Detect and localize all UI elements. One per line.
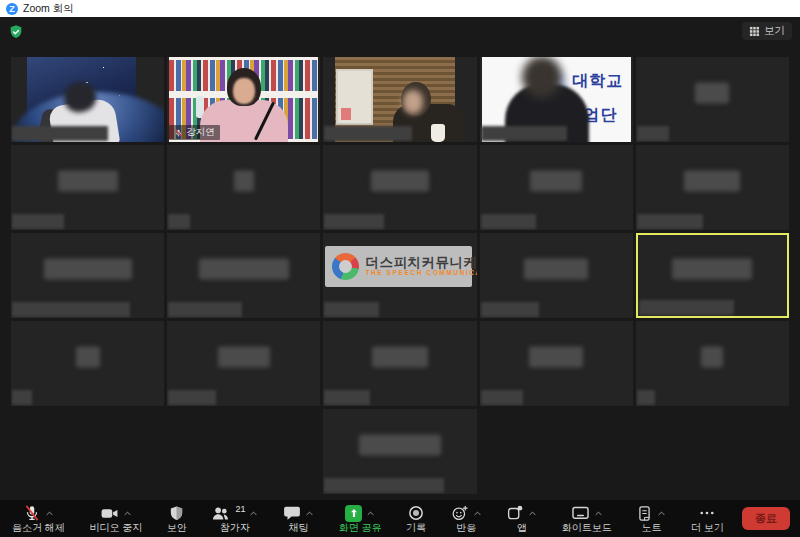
chevron-up-icon[interactable]	[45, 509, 54, 518]
video-tile[interactable]	[323, 145, 476, 230]
video-tile[interactable]	[480, 145, 633, 230]
redacted-name-tag	[481, 126, 567, 141]
banner-text-line: 대학교	[572, 71, 623, 92]
mic-off-icon	[23, 504, 41, 522]
company-watermark: 더스피치커뮤니케이션THE SPEECH COMMUNICATION	[325, 246, 471, 287]
share-screen-icon	[345, 505, 362, 522]
chevron-up-icon[interactable]	[473, 509, 482, 518]
video-tile[interactable]	[480, 233, 633, 318]
redacted-name-tag	[168, 390, 216, 405]
mic-muted-mini-icon	[174, 128, 183, 138]
video-tile[interactable]	[323, 57, 476, 142]
view-button[interactable]: 보기	[742, 22, 792, 40]
apps-button[interactable]: 앱	[504, 504, 539, 534]
unmute-button[interactable]: 음소거 해제	[10, 504, 67, 534]
notes-button[interactable]: 노트	[634, 504, 668, 534]
redacted-participant-name	[234, 170, 254, 191]
video-tile[interactable]	[636, 145, 789, 230]
window-titlebar: Z Zoom 회의	[0, 0, 800, 17]
blurred-face	[522, 57, 562, 98]
share-screen-button[interactable]: 화면 공유	[337, 504, 384, 534]
redacted-participant-name	[58, 170, 118, 191]
redacted-name-tag	[324, 478, 444, 493]
video-tile[interactable]	[11, 57, 164, 142]
redacted-name-tag	[481, 390, 523, 405]
zoom-logo-icon: Z	[6, 3, 18, 15]
video-tile[interactable]	[636, 57, 789, 142]
meeting-area: 보기 강지연대학교업단더스피치커뮤니케이션THE SPEECH COMMUNIC…	[0, 17, 800, 500]
chevron-up-icon[interactable]	[305, 509, 314, 518]
reactions-label: 반응	[456, 523, 476, 533]
record-icon	[407, 504, 425, 522]
video-tile[interactable]: 강지연	[167, 57, 320, 142]
more-label: 더 보기	[691, 523, 724, 533]
redacted-name-tag	[637, 126, 669, 141]
participants-count-badge: 21	[235, 505, 245, 514]
video-tile[interactable]	[480, 321, 633, 406]
security-button[interactable]: 보안	[165, 504, 189, 534]
apps-icon	[506, 504, 524, 522]
participants-button[interactable]: 21참가자	[209, 504, 260, 534]
chat-button[interactable]: 채팅	[281, 504, 316, 534]
video-tile[interactable]	[11, 321, 164, 406]
record-label: 기록	[406, 523, 426, 533]
redacted-name-tag	[12, 214, 64, 229]
chevron-up-icon[interactable]	[528, 509, 537, 518]
chevron-up-icon[interactable]	[249, 509, 258, 518]
participants-icon	[211, 504, 230, 523]
redacted-participant-name	[371, 170, 429, 191]
redacted-name-tag	[168, 214, 190, 229]
video-gallery-grid: 강지연대학교업단더스피치커뮤니케이션THE SPEECH COMMUNICATI…	[11, 57, 789, 494]
video-tile[interactable]	[636, 233, 789, 318]
gallery-grid-icon	[749, 26, 760, 37]
share-screen-label: 화면 공유	[339, 523, 382, 533]
video-tile[interactable]	[167, 233, 320, 318]
redacted-participant-name	[359, 434, 441, 455]
video-tile[interactable]	[167, 145, 320, 230]
redacted-participant-name	[372, 346, 428, 367]
redacted-name-tag	[324, 126, 412, 141]
cup	[431, 124, 445, 142]
participant-name-tag: 강지연	[169, 125, 220, 140]
redacted-participant-name	[695, 82, 729, 103]
redacted-name-tag	[481, 214, 536, 229]
chevron-up-icon[interactable]	[366, 509, 375, 518]
redacted-name-tag	[637, 390, 655, 405]
redacted-participant-name	[684, 170, 740, 191]
stop-video-button[interactable]: 비디오 중지	[87, 504, 144, 534]
chevron-up-icon[interactable]	[657, 509, 666, 518]
reactions-icon	[451, 504, 469, 522]
zoom-app-window: Z Zoom 회의 보기 강지연대학교업단더스피치커뮤니케이션THE SPEEC…	[0, 0, 800, 537]
video-tile[interactable]	[167, 321, 320, 406]
reactions-button[interactable]: 반응	[449, 504, 484, 534]
window-title: Zoom 회의	[23, 2, 74, 16]
redacted-name-tag	[12, 126, 108, 141]
chat-bubble-icon	[283, 504, 301, 522]
record-button[interactable]: 기록	[404, 504, 428, 534]
redacted-name-tag	[12, 390, 32, 405]
more-dots-icon	[698, 504, 716, 522]
chevron-up-icon[interactable]	[594, 509, 603, 518]
whiteboard-label: 화이트보드	[562, 523, 612, 533]
video-tile[interactable]	[11, 145, 164, 230]
participant-name: 강지연	[186, 126, 215, 139]
toolbar-buttons: 음소거 해제비디오 중지보안21참가자채팅화면 공유기록반응앱화이트보드노트더 …	[10, 504, 726, 534]
video-tile[interactable]	[11, 233, 164, 318]
video-tile[interactable]	[323, 321, 476, 406]
apps-label: 앱	[517, 523, 527, 533]
whiteboard-button[interactable]: 화이트보드	[560, 504, 614, 534]
redacted-name-tag	[12, 302, 130, 317]
video-tile[interactable]: 더스피치커뮤니케이션THE SPEECH COMMUNICATION	[323, 233, 476, 318]
video-camera-icon	[100, 504, 119, 523]
video-tile[interactable]	[323, 409, 476, 494]
security-shield-check-icon[interactable]	[8, 24, 24, 40]
video-tile[interactable]	[636, 321, 789, 406]
redacted-participant-name	[529, 346, 583, 367]
participants-label: 참가자	[220, 523, 250, 533]
end-meeting-button[interactable]: 종료	[742, 507, 790, 530]
chevron-up-icon[interactable]	[123, 509, 132, 518]
more-button[interactable]: 더 보기	[689, 504, 726, 534]
video-tile[interactable]: 대학교업단	[480, 57, 633, 142]
participant-face	[233, 78, 255, 104]
view-button-label: 보기	[764, 24, 785, 38]
